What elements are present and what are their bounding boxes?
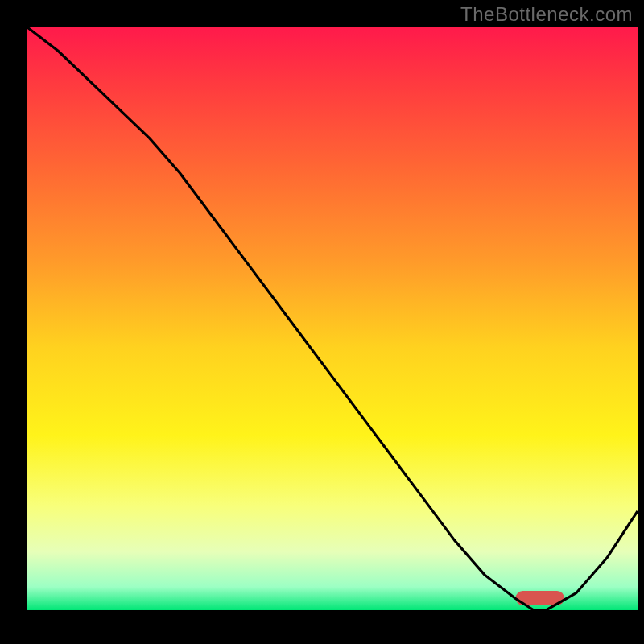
chart-svg [27,27,638,610]
chart-frame: TheBottleneck.com [0,0,644,644]
plot-area [27,27,638,610]
watermark-text: TheBottleneck.com [460,3,633,26]
gradient-background [27,27,638,610]
